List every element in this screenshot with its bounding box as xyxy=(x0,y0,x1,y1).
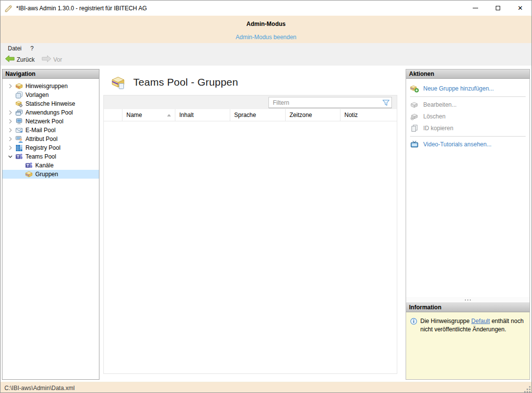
forward-arrow-icon xyxy=(42,55,51,64)
page-title-row: Teams Pool - Gruppen xyxy=(103,69,397,95)
teams-groups-icon xyxy=(111,75,125,90)
nav-item-teams-pool[interactable]: Teams Pool xyxy=(2,152,99,161)
information-header: Information xyxy=(406,303,530,312)
chevron-right-icon[interactable] xyxy=(6,117,14,125)
registry-pool-icon xyxy=(15,144,23,152)
actions-panel: Neue Gruppe hinzufügen... Bearbeiten... … xyxy=(406,79,530,297)
column-label: Inhalt xyxy=(179,112,193,118)
information-message: Die Hinweisgruppe Default enthält noch n… xyxy=(420,317,526,374)
filter-funnel-icon[interactable] xyxy=(381,99,391,106)
chevron-right-icon[interactable] xyxy=(6,109,14,116)
status-bar: C:\IBI-aws\Admin\Data.xml xyxy=(0,382,532,393)
info-message-prefix: Die Hinweisgruppe xyxy=(420,318,471,324)
chevron-right-icon[interactable] xyxy=(6,144,14,152)
action-label: Video-Tutorials ansehen... xyxy=(423,141,491,148)
table-header-row: Name Inhalt Sprache Zeitzone Notiz xyxy=(104,109,397,121)
minimize-icon xyxy=(473,8,478,8)
static-notice-icon xyxy=(15,100,23,108)
teams-pool-icon xyxy=(15,153,23,161)
main-panel: Teams Pool - Gruppen Name xyxy=(103,69,397,374)
back-label: Zurück xyxy=(17,56,35,63)
admin-mode-title: Admin-Modus xyxy=(0,21,532,27)
nav-item-kanaele[interactable]: Kanäle xyxy=(2,161,99,170)
resize-grip-icon[interactable] xyxy=(524,386,531,393)
attribute-pool-icon xyxy=(15,135,23,143)
nav-item-vorlagen[interactable]: Vorlagen xyxy=(2,91,99,99)
notice-group-icon xyxy=(15,82,23,90)
nav-item-statische-hinweise[interactable]: Statische Hinweise xyxy=(2,99,99,108)
nav-item-label: Teams Pool xyxy=(25,153,56,160)
nav-item-label: Kanäle xyxy=(35,162,53,169)
application-pool-icon xyxy=(15,109,23,116)
chevron-right-icon[interactable] xyxy=(6,126,14,134)
close-icon: ✕ xyxy=(518,5,523,11)
nav-item-email-pool[interactable]: E-Mail Pool xyxy=(2,126,99,135)
edit-action[interactable]: Bearbeiten... xyxy=(406,99,530,111)
nav-item-netzwerk-pool[interactable]: Netzwerk Pool xyxy=(2,117,99,126)
right-sidebar: Aktionen Neue Gruppe hinzufügen... Bearb… xyxy=(406,69,530,380)
workspace: Navigation Hinweisgruppen Vorlagen Stati… xyxy=(0,66,532,382)
action-label: Löschen xyxy=(423,113,445,120)
column-label: Zeitzone xyxy=(290,112,312,118)
add-group-action[interactable]: Neue Gruppe hinzufügen... xyxy=(406,83,530,94)
nav-item-registry-pool[interactable]: Registry Pool xyxy=(2,143,99,152)
filter-box xyxy=(268,97,392,108)
maximize-button[interactable] xyxy=(486,0,509,16)
nav-item-label: E-Mail Pool xyxy=(25,127,55,134)
action-label: Bearbeiten... xyxy=(423,101,457,108)
admin-mode-banner: Admin-Modus Admin-Modus beenden xyxy=(0,16,532,43)
edit-group-icon xyxy=(410,101,419,109)
back-button[interactable]: Zurück xyxy=(3,54,36,65)
table-body-empty[interactable] xyxy=(104,121,397,373)
column-header-notiz[interactable]: Notiz xyxy=(340,109,397,121)
menu-datei[interactable]: Datei xyxy=(3,44,26,53)
splitter-grip-icon xyxy=(465,300,471,301)
templates-icon xyxy=(15,91,23,99)
copy-id-icon xyxy=(410,124,419,132)
action-label: Neue Gruppe hinzufügen... xyxy=(423,85,494,92)
information-panel: Die Hinweisgruppe Default enthält noch n… xyxy=(406,312,530,379)
column-header-name[interactable]: Name xyxy=(122,109,175,121)
column-header-zeitzone[interactable]: Zeitzone xyxy=(286,109,340,121)
close-button[interactable]: ✕ xyxy=(509,0,532,16)
info-icon xyxy=(410,318,417,325)
nav-item-anwendungs-pool[interactable]: Anwendungs Pool xyxy=(2,108,99,117)
actions-separator xyxy=(410,136,526,137)
column-header-sprache[interactable]: Sprache xyxy=(230,109,286,121)
column-label: Name xyxy=(126,112,142,118)
nav-item-hinweisgruppen[interactable]: Hinweisgruppen xyxy=(2,82,99,91)
forward-label: Vor xyxy=(53,56,62,63)
filter-input[interactable] xyxy=(269,99,381,106)
nav-item-label: Registry Pool xyxy=(25,144,60,151)
delete-action[interactable]: Löschen xyxy=(406,111,530,122)
page-title: Teams Pool - Gruppen xyxy=(133,76,238,88)
action-label: ID kopieren xyxy=(423,125,453,132)
column-label: Notiz xyxy=(344,112,358,118)
minimize-button[interactable] xyxy=(464,0,486,16)
groups-table: Name Inhalt Sprache Zeitzone Notiz xyxy=(103,95,397,374)
chevron-right-icon[interactable] xyxy=(6,135,14,143)
nav-item-label: Statische Hinweise xyxy=(25,100,75,107)
window-title: *IBI-aws Admin 1.30.0 - registriert für … xyxy=(16,5,147,12)
navigation-tree: Hinweisgruppen Vorlagen Statische Hinwei… xyxy=(2,79,99,379)
panel-splitter[interactable] xyxy=(406,297,530,303)
video-tutorials-action[interactable]: Video-Tutorials ansehen... xyxy=(406,139,530,150)
teams-channel-icon xyxy=(25,162,33,169)
column-header-inhalt[interactable]: Inhalt xyxy=(175,109,230,121)
row-selector-column xyxy=(104,109,122,121)
group-box-icon xyxy=(25,170,33,178)
filter-row xyxy=(104,95,397,109)
copy-id-action[interactable]: ID kopieren xyxy=(406,122,530,134)
nav-item-label: Anwendungs Pool xyxy=(25,109,73,116)
menu-help[interactable]: ? xyxy=(26,44,38,53)
back-arrow-icon xyxy=(5,55,15,64)
nav-item-gruppen[interactable]: Gruppen xyxy=(2,170,99,179)
chevron-down-icon[interactable] xyxy=(6,153,14,161)
default-group-link[interactable]: Default xyxy=(471,318,490,324)
forward-button[interactable]: Vor xyxy=(40,54,64,65)
nav-item-label: Attribut Pool xyxy=(25,136,57,142)
admin-mode-exit-link[interactable]: Admin-Modus beenden xyxy=(236,34,296,41)
delete-group-icon xyxy=(410,113,419,120)
chevron-right-icon[interactable] xyxy=(6,82,14,90)
nav-item-attribut-pool[interactable]: Attribut Pool xyxy=(2,135,99,143)
